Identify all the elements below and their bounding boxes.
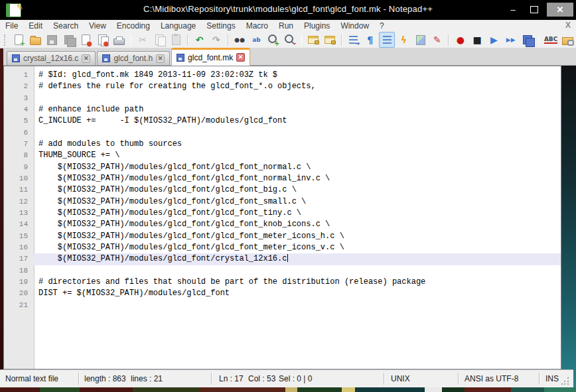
new-file-button[interactable]: +: [11, 32, 27, 48]
show-all-characters-button[interactable]: ¶: [362, 32, 378, 48]
save-all-button[interactable]: [62, 32, 77, 48]
find-button[interactable]: ●●: [232, 32, 248, 48]
menu-edit[interactable]: Edit: [23, 21, 48, 31]
status-insert-mode: INS: [545, 374, 559, 383]
open-file-button[interactable]: [28, 32, 43, 48]
sync-vertical-scrolling-button[interactable]: [305, 32, 321, 48]
tab-bar: crystal_12x16.c✕glcd_font.h✕glcd_font.mk…: [0, 48, 576, 66]
editor-row: 13 $(MIOS32_PATH)/modules/glcd_font/glcd…: [4, 208, 561, 219]
save-all-icon: [64, 35, 74, 44]
sync-vertical-scrolling-icon: [308, 36, 319, 44]
run-macro-multiple-times-button[interactable]: ▶▶: [503, 32, 518, 48]
document-map-button[interactable]: [413, 32, 428, 48]
editor-row: 10 $(MIOS32_PATH)/modules/glcd_font/glcd…: [4, 173, 561, 184]
menu-bar: FileEditSearchViewEncodingLanguageSettin…: [0, 20, 576, 32]
tab-close-icon[interactable]: ✕: [236, 53, 245, 62]
menu-settings[interactable]: Settings: [201, 21, 240, 31]
tab-crystal-12x16-c[interactable]: crystal_12x16.c✕: [7, 51, 96, 65]
editor-row: 19# directories and files that should be…: [4, 277, 561, 288]
replace-button[interactable]: ab: [249, 32, 264, 48]
toolbar-separator: [448, 34, 449, 46]
zoom-in-badge: +: [274, 40, 279, 47]
menu-search[interactable]: Search: [48, 21, 84, 31]
tab-close-icon[interactable]: ✕: [156, 54, 165, 63]
line-number: 9: [4, 162, 34, 173]
line-text: $(MIOS32_PATH)/modules/glcd_font/glcd_fo…: [34, 196, 561, 208]
sync-horizontal-scrolling-button[interactable]: [323, 32, 338, 48]
function-list-button[interactable]: ϟ: [396, 32, 411, 48]
toolbar-separator: [539, 34, 540, 46]
line-text: $(MIOS32_PATH)/modules/glcd_font/glcd_fo…: [34, 184, 561, 196]
start-recording-button[interactable]: ●: [453, 32, 468, 48]
menu-language[interactable]: Language: [155, 21, 201, 31]
editor-row: 5C_INCLUDE += -I $(MIOS32_PATH)/modules/…: [4, 115, 561, 127]
undo-button[interactable]: ↶: [192, 32, 207, 48]
line-number: 1: [4, 70, 34, 81]
spell-check-button[interactable]: ABC: [543, 32, 558, 48]
save-recorded-macro-icon: [523, 35, 532, 44]
line-number: 20: [4, 288, 34, 299]
undo-icon: ↶: [196, 35, 204, 44]
line-text: $(MIOS32_PATH)/modules/glcd_font/glcd_fo…: [34, 231, 561, 242]
status-doc-type: Normal text file: [5, 374, 58, 383]
save-button[interactable]: [44, 32, 60, 48]
line-text: THUMB_SOURCE += \: [34, 150, 561, 161]
editor-row: 14 $(MIOS32_PATH)/modules/glcd_font/glcd…: [4, 219, 561, 230]
open-file-icon: [30, 37, 41, 45]
menu-window[interactable]: Window: [335, 21, 374, 31]
document-switcher-button[interactable]: ✎: [429, 32, 445, 48]
paste-button[interactable]: [169, 32, 184, 48]
word-wrap-button[interactable]: →: [346, 32, 361, 48]
zoom-out-button[interactable]: –: [282, 32, 297, 48]
line-number: 16: [4, 242, 34, 253]
line-text: $(MIOS32_PATH)/modules/glcd_font/crystal…: [34, 253, 561, 265]
show-indent-guide-button[interactable]: [379, 32, 394, 48]
status-line-number: Ln : 17: [219, 374, 244, 383]
tab-glcd-font-h[interactable]: glcd_font.h✕: [97, 51, 170, 65]
minimize-button[interactable]: –: [503, 3, 523, 17]
cut-button[interactable]: ✂: [135, 32, 150, 48]
menu-file[interactable]: File: [0, 21, 23, 31]
resize-grip[interactable]: [561, 377, 569, 385]
function-list-icon: ϟ: [401, 35, 407, 44]
close-document-button[interactable]: X: [565, 21, 571, 30]
menu-help[interactable]: ?: [374, 21, 390, 31]
menu-run[interactable]: Run: [273, 21, 299, 31]
line-number: 13: [4, 208, 34, 219]
copy-button[interactable]: [152, 32, 167, 48]
line-text: $(MIOS32_PATH)/modules/glcd_font/glcd_fo…: [34, 173, 561, 184]
status-length: length : 863: [84, 374, 126, 383]
menu-view[interactable]: View: [84, 21, 111, 31]
editor-row: 20DIST += $(MIOS32_PATH)/modules/glcd_fo…: [4, 288, 561, 299]
zoom-in-button[interactable]: +: [265, 32, 281, 48]
menu-macro[interactable]: Macro: [241, 21, 273, 31]
saved-floppy-icon: [102, 54, 110, 62]
line-number: 5: [4, 115, 34, 127]
line-text: [34, 127, 561, 139]
window-title: C:\Midibox\Repository\trunk\modules\glcd…: [0, 4, 576, 14]
document-switcher-icon: ✎: [433, 35, 441, 44]
status-divider: [539, 373, 540, 385]
new-file-badge: +: [20, 40, 25, 47]
close-all-button[interactable]: ●: [95, 32, 110, 48]
save-recorded-macro-button[interactable]: [520, 32, 535, 48]
tab-close-icon[interactable]: ✕: [82, 54, 90, 63]
playback-macro-button[interactable]: ▶: [486, 32, 502, 48]
stop-recording-button[interactable]: ■: [470, 32, 485, 48]
sync-horizontal-scrolling-icon: [324, 36, 335, 44]
line-number: 6: [4, 127, 34, 139]
close-button[interactable]: ●: [78, 32, 94, 48]
tab-label: glcd_font.h: [113, 54, 153, 63]
redo-icon: ↷: [212, 35, 220, 44]
menu-encoding[interactable]: Encoding: [111, 21, 155, 31]
tab-glcd-font-mk[interactable]: glcd_font.mk✕: [171, 48, 250, 66]
editor[interactable]: 1# $Id: glcd_font.mk 1849 2013-11-09 23:…: [3, 66, 561, 369]
close-button[interactable]: ✕: [547, 3, 573, 17]
maximize-button[interactable]: [524, 3, 544, 17]
redo-button[interactable]: ↷: [208, 32, 224, 48]
editor-row: 9 $(MIOS32_PATH)/modules/glcd_font/glcd_…: [4, 162, 561, 173]
open-containing-folder-button[interactable]: [560, 32, 575, 48]
menu-plugins[interactable]: Plugins: [299, 21, 335, 31]
editor-row: 15 $(MIOS32_PATH)/modules/glcd_font/glcd…: [4, 231, 561, 242]
print-button[interactable]: [111, 32, 127, 48]
